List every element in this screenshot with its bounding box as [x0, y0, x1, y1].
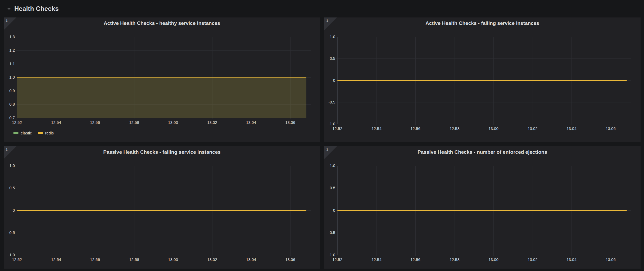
x-tick-label: 13:06	[282, 257, 298, 262]
gridline	[493, 37, 494, 125]
series-line	[337, 80, 627, 81]
gridline	[134, 166, 134, 256]
panel-info-corner[interactable]	[4, 17, 16, 30]
panel-title[interactable]: Active Health Checks - healthy service i…	[20, 20, 304, 26]
x-tick-label: 13:04	[243, 257, 259, 262]
panel-title[interactable]: Passive Health Checks - failing service …	[20, 149, 304, 155]
y-tick-label: -1.0	[324, 122, 335, 126]
axis-bottom-line	[16, 255, 311, 255]
x-tick-label: 13:02	[525, 126, 541, 131]
x-tick-label: 12:58	[126, 257, 142, 262]
x-tick-label: 12:54	[369, 126, 384, 131]
series-line	[337, 210, 627, 211]
x-tick-label: 13:00	[486, 257, 501, 262]
gridline	[16, 37, 311, 37]
y-tick-label: 0.5	[4, 186, 15, 190]
x-tick-label: 13:06	[282, 120, 298, 125]
y-tick-label: -1.0	[324, 253, 335, 257]
gridline	[455, 166, 455, 256]
gridline	[611, 37, 611, 125]
gridline	[493, 166, 494, 256]
info-icon: i	[326, 18, 328, 22]
y-tick-label: -0.5	[4, 231, 15, 235]
info-icon: i	[6, 18, 7, 22]
panel-info-corner[interactable]	[4, 146, 16, 159]
axis-bottom-line	[16, 118, 311, 118]
info-icon: i	[326, 147, 328, 151]
series-line-redis	[17, 77, 306, 78]
gridline	[16, 233, 311, 233]
y-tick-label: 0	[4, 208, 15, 213]
row-title[interactable]: Health Checks	[14, 5, 59, 12]
y-tick-label: 0.9	[4, 89, 15, 93]
chevron-down-icon[interactable]	[7, 7, 11, 11]
panel-passive-failing[interactable]: iPassive Health Checks - failing service…	[4, 146, 320, 269]
legend-swatch	[13, 132, 19, 134]
gridline	[16, 64, 311, 64]
gridline	[16, 166, 311, 166]
gridline	[415, 166, 416, 256]
x-tick-label: 12:52	[329, 257, 345, 262]
panel-info-corner[interactable]	[324, 17, 337, 30]
x-tick-label: 13:00	[165, 120, 181, 125]
y-tick-label: 1.0	[324, 164, 335, 168]
gridline	[336, 102, 631, 102]
x-tick-label: 13:04	[243, 120, 259, 125]
x-tick-label: 12:58	[447, 257, 462, 262]
x-tick-label: 13:00	[486, 126, 501, 131]
x-tick-label: 12:56	[407, 257, 423, 262]
gridline	[611, 166, 611, 256]
panel-passive-ejections[interactable]: iPassive Health Checks - number of enfor…	[324, 146, 641, 269]
x-tick-label: 12:58	[447, 126, 462, 131]
gridline	[336, 188, 631, 188]
x-tick-label: 12:54	[48, 120, 64, 125]
x-tick-label: 12:56	[87, 120, 103, 125]
x-tick-label: 12:54	[48, 257, 64, 262]
gridline	[415, 37, 416, 125]
panel-title[interactable]: Passive Health Checks - number of enforc…	[340, 149, 625, 155]
legend-item-redis[interactable]: redis	[38, 131, 54, 135]
info-icon: i	[6, 147, 7, 151]
panel-active-healthy[interactable]: iActive Health Checks - healthy service …	[4, 17, 320, 142]
series-fill-redis	[17, 77, 306, 118]
panel-title[interactable]: Active Health Checks - failing service i…	[340, 20, 625, 26]
x-tick-label: 12:52	[9, 120, 25, 125]
gridline	[212, 166, 212, 256]
x-tick-label: 12:56	[407, 126, 423, 131]
panel-info-corner[interactable]	[324, 146, 337, 159]
gridline	[16, 50, 311, 51]
y-tick-label: 1.3	[4, 35, 15, 39]
x-tick-label: 12:54	[369, 257, 384, 262]
gridline	[336, 233, 631, 233]
y-tick-label: 1.2	[4, 48, 15, 52]
legend-item-elastic[interactable]: elastic	[13, 131, 32, 135]
gridline	[377, 37, 377, 125]
y-tick-label: 0	[324, 208, 335, 213]
gridline	[572, 166, 572, 256]
x-tick-label: 12:56	[87, 257, 103, 262]
gridline	[173, 166, 173, 256]
gridline	[95, 166, 95, 256]
x-tick-label: 13:06	[603, 126, 619, 131]
legend-label: elastic	[21, 131, 32, 135]
legend-label: redis	[45, 131, 54, 135]
series-line	[17, 210, 306, 211]
plot-area	[17, 166, 311, 255]
x-tick-label: 13:00	[165, 257, 181, 262]
gridline	[377, 166, 377, 256]
y-tick-label: 0.5	[324, 186, 335, 190]
panel-active-failing[interactable]: iActive Health Checks - failing service …	[324, 17, 641, 142]
y-tick-label: 0.5	[324, 56, 335, 61]
gridline	[533, 166, 533, 256]
axis-bottom-line	[336, 255, 631, 255]
x-tick-label: 13:02	[204, 120, 220, 125]
legend-swatch	[38, 132, 43, 134]
plot-area	[337, 37, 631, 124]
x-tick-label: 13:04	[564, 126, 579, 131]
gridline	[336, 58, 631, 59]
gridline	[290, 166, 291, 256]
dashboard-row-header[interactable]: Health Checks	[0, 0, 644, 17]
y-tick-label: 0.7	[4, 116, 15, 120]
plot-area	[17, 37, 311, 118]
gridline	[572, 37, 572, 125]
